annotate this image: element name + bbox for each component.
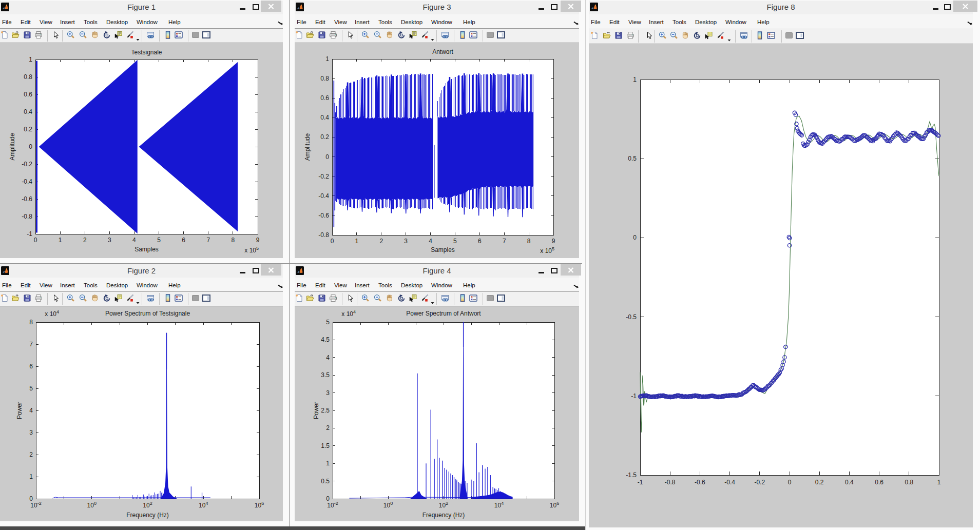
svg-text:Power Spectrum of Testsignale: Power Spectrum of Testsignale: [105, 310, 190, 317]
svg-text:104: 104: [494, 501, 504, 509]
svg-text:106: 106: [550, 501, 559, 509]
svg-text:2.5: 2.5: [321, 407, 330, 414]
svg-text:0: 0: [331, 238, 334, 245]
svg-text:8: 8: [232, 237, 235, 244]
svg-text:102: 102: [143, 501, 152, 509]
svg-text:8: 8: [527, 238, 531, 245]
svg-text:-1: -1: [631, 392, 637, 400]
svg-text:104: 104: [199, 501, 208, 509]
svg-text:1: 1: [633, 76, 637, 83]
svg-text:100: 100: [383, 501, 393, 509]
svg-text:0.2: 0.2: [24, 126, 32, 133]
svg-text:0.4: 0.4: [320, 114, 329, 121]
svg-text:6: 6: [478, 238, 482, 245]
svg-text:6: 6: [29, 363, 33, 370]
svg-text:-0.6: -0.6: [695, 479, 705, 486]
svg-text:0: 0: [34, 237, 37, 244]
svg-text:1: 1: [937, 479, 941, 486]
svg-text:102: 102: [439, 501, 448, 509]
svg-text:-0.8: -0.8: [318, 231, 329, 239]
svg-text:x 104: x 104: [45, 309, 59, 318]
svg-text:3: 3: [108, 237, 111, 244]
svg-text:Power: Power: [16, 402, 23, 419]
svg-text:0: 0: [326, 495, 330, 502]
svg-text:-0.4: -0.4: [22, 178, 32, 185]
svg-text:-0.8: -0.8: [22, 213, 32, 220]
svg-text:8: 8: [29, 319, 33, 326]
svg-text:0.6: 0.6: [875, 479, 883, 486]
svg-text:5: 5: [29, 385, 33, 392]
svg-text:5: 5: [157, 237, 161, 244]
svg-text:-0.8: -0.8: [665, 479, 676, 486]
svg-text:2: 2: [379, 238, 383, 245]
svg-text:Power Spectrum of Antwort: Power Spectrum of Antwort: [406, 310, 481, 317]
svg-text:6: 6: [182, 237, 185, 244]
svg-text:0.4: 0.4: [24, 108, 32, 115]
svg-text:4: 4: [132, 237, 136, 244]
svg-text:Antwort: Antwort: [432, 48, 453, 55]
svg-text:Amplitude: Amplitude: [9, 133, 16, 161]
svg-text:5: 5: [453, 238, 457, 245]
svg-text:1: 1: [355, 238, 359, 245]
svg-text:0: 0: [325, 153, 329, 161]
svg-text:x 105: x 105: [244, 246, 259, 254]
svg-text:Samples: Samples: [134, 246, 159, 253]
svg-text:-1: -1: [638, 479, 643, 486]
svg-text:x 105: x 105: [540, 246, 554, 254]
svg-text:0.8: 0.8: [320, 75, 329, 82]
svg-text:-0.2: -0.2: [22, 161, 32, 168]
svg-text:0: 0: [788, 479, 792, 486]
svg-text:-1: -1: [27, 230, 32, 238]
svg-text:0.5: 0.5: [628, 155, 637, 162]
svg-text:4: 4: [429, 238, 432, 245]
svg-text:0.2: 0.2: [320, 133, 329, 141]
svg-text:0: 0: [29, 495, 33, 502]
svg-text:0: 0: [29, 143, 32, 150]
svg-text:4.5: 4.5: [321, 336, 330, 343]
svg-text:-0.2: -0.2: [318, 173, 329, 180]
svg-text:0.6: 0.6: [24, 91, 32, 98]
svg-text:1: 1: [29, 56, 32, 63]
svg-text:3: 3: [326, 389, 330, 397]
svg-text:Frequency (Hz): Frequency (Hz): [422, 512, 465, 519]
svg-text:100: 100: [87, 501, 97, 509]
svg-text:7: 7: [29, 341, 33, 348]
svg-text:-0.4: -0.4: [318, 192, 329, 200]
svg-text:7: 7: [206, 237, 210, 244]
svg-text:0.8: 0.8: [24, 73, 32, 81]
svg-text:106: 106: [255, 501, 264, 509]
svg-text:-0.5: -0.5: [626, 313, 637, 321]
svg-text:9: 9: [552, 238, 555, 245]
svg-text:5: 5: [326, 319, 330, 326]
svg-text:1: 1: [325, 55, 329, 63]
svg-text:4: 4: [29, 407, 33, 414]
svg-text:0.5: 0.5: [321, 478, 330, 485]
svg-text:2: 2: [83, 237, 87, 244]
svg-text:Testsignale: Testsignale: [131, 49, 162, 56]
svg-text:Power: Power: [313, 402, 320, 419]
svg-text:4: 4: [326, 354, 330, 361]
svg-text:7: 7: [503, 238, 506, 245]
svg-text:-1.5: -1.5: [626, 472, 637, 479]
svg-text:x 104: x 104: [341, 309, 356, 318]
svg-text:3.5: 3.5: [321, 371, 330, 379]
svg-text:1: 1: [326, 460, 330, 467]
svg-text:0.2: 0.2: [815, 479, 824, 486]
svg-text:2: 2: [29, 451, 33, 458]
svg-text:Frequency (Hz): Frequency (Hz): [126, 512, 169, 519]
svg-text:0.4: 0.4: [845, 479, 854, 486]
svg-text:2: 2: [326, 424, 330, 431]
svg-text:-0.4: -0.4: [724, 479, 735, 486]
svg-text:1: 1: [29, 473, 33, 480]
svg-text:Samples: Samples: [431, 246, 455, 253]
svg-text:-0.6: -0.6: [22, 195, 32, 203]
svg-text:-0.2: -0.2: [754, 479, 765, 486]
svg-text:3: 3: [29, 429, 33, 436]
svg-text:9: 9: [256, 237, 260, 244]
svg-text:0.8: 0.8: [905, 479, 913, 486]
svg-text:0.6: 0.6: [320, 94, 329, 102]
svg-text:-0.6: -0.6: [318, 212, 329, 219]
svg-text:1.5: 1.5: [321, 442, 330, 449]
svg-text:Amplitude: Amplitude: [304, 133, 311, 161]
svg-text:0: 0: [633, 234, 637, 241]
